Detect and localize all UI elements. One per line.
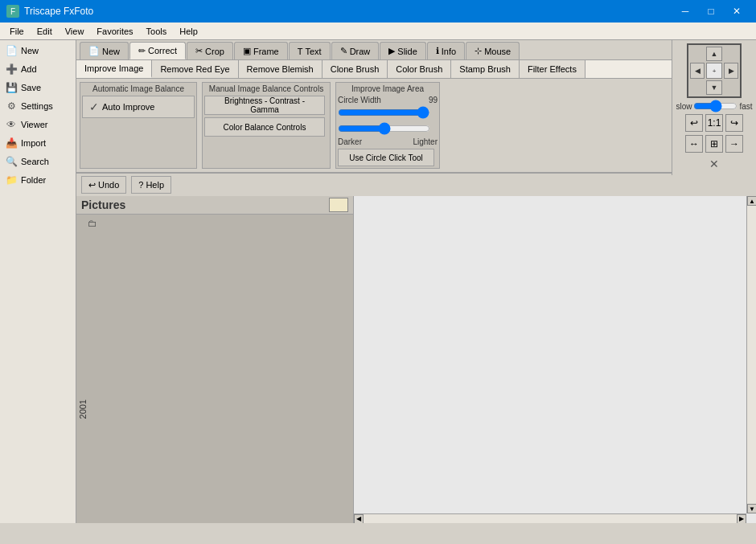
sidebar-item-new[interactable]: 📄 New	[2, 42, 74, 59]
nav-right-button[interactable]: ▶	[724, 63, 738, 79]
subtab-clone-brush[interactable]: Clone Brush	[323, 60, 388, 78]
tab-slide[interactable]: ▶ Slide	[380, 42, 425, 59]
menu-favorites[interactable]: Favorites	[90, 22, 139, 40]
darker-lighter-labels: Darker Lighter	[338, 137, 438, 146]
menu-tools[interactable]: Tools	[140, 22, 174, 40]
info-tab-icon: ℹ	[436, 46, 439, 56]
nav-panel-close[interactable]: ✕	[706, 156, 722, 172]
auto-improve-label: Auto Improve	[102, 102, 154, 112]
undo-label: Undo	[98, 180, 119, 190]
menu-view[interactable]: View	[59, 22, 91, 40]
draw-tab-icon: ✎	[340, 46, 347, 56]
undo-icon: ↩	[88, 180, 96, 190]
scroll-down-button[interactable]: ▼	[747, 504, 756, 513]
save-icon: 💾	[5, 81, 18, 94]
sidebar-item-folder[interactable]: 📁 Folder	[2, 171, 74, 189]
tab-crop[interactable]: ✂ Crop	[187, 42, 233, 59]
auto-balance-title: Automatic Image Balance	[82, 84, 195, 93]
speed-control: slow fast	[676, 101, 752, 111]
auto-improve-button[interactable]: ✓ Auto Improve	[82, 96, 195, 118]
horizontal-scrollbar[interactable]: ◀ ▶	[354, 513, 746, 523]
scroll-track-y	[747, 206, 756, 504]
subtab-stamp-brush[interactable]: Stamp Brush	[451, 60, 520, 78]
nav-down-button[interactable]: ▼	[706, 80, 722, 95]
tab-draw[interactable]: ✎ Draw	[331, 42, 380, 59]
nav-undo-button[interactable]: ↩	[685, 114, 703, 132]
speed-slider-row: slow fast	[676, 101, 752, 111]
slow-label: slow	[676, 102, 692, 111]
bottom-bar: ↩ Undo ? Help	[76, 173, 756, 196]
mouse-tab-icon: ⊹	[475, 46, 482, 56]
use-circle-click-button[interactable]: Use Circle Click Tool	[338, 149, 434, 166]
sidebar-item-import[interactable]: 📥 Import	[2, 134, 74, 152]
sidebar-label-viewer: Viewer	[21, 120, 47, 129]
menu-edit[interactable]: Edit	[31, 22, 59, 40]
sidebar-label-folder: Folder	[21, 175, 46, 185]
tab-correct[interactable]: ✏ Correct	[129, 42, 186, 59]
nav-redo-button[interactable]: ↪	[725, 114, 743, 132]
undo-button[interactable]: ↩ Undo	[81, 176, 126, 194]
darker-label: Darker	[338, 137, 362, 146]
sidebar-item-save[interactable]: 💾 Save	[2, 79, 74, 96]
sidebar-item-viewer[interactable]: 👁 Viewer	[2, 116, 74, 133]
nav-controls-panel: ▲ ▼ ◀ ▶ + slow fast ↩ 1:1 ↪ ↔	[672, 40, 756, 175]
speed-slider[interactable]	[693, 101, 738, 111]
nav-up-button[interactable]: ▲	[706, 47, 722, 61]
nav-onetoone-button[interactable]: 1:1	[705, 114, 723, 132]
tab-frame[interactable]: ▣ Frame	[234, 42, 288, 59]
import-icon: 📥	[5, 137, 18, 149]
menu-file[interactable]: File	[3, 22, 31, 40]
title-bar-controls: ─ □ ✕	[672, 0, 750, 22]
app-title: Triscape FxFoto	[24, 6, 93, 17]
menu-help[interactable]: Help	[173, 22, 204, 40]
nav-fit-button[interactable]: ↔	[685, 135, 703, 153]
subtab-color-brush[interactable]: Color Brush	[388, 60, 451, 78]
color-balance-label: Color Balance Controls	[224, 123, 306, 132]
nav-action-buttons: ↩ 1:1 ↪	[685, 114, 743, 132]
scroll-right-button[interactable]: ▶	[737, 514, 746, 524]
app-icon: F	[6, 5, 19, 18]
subtab-remove-red-eye[interactable]: Remove Red Eye	[152, 60, 238, 78]
brightness-contrast-button[interactable]: Brightness - Contrast - Gamma	[204, 96, 325, 115]
brightness-slider[interactable]	[338, 123, 430, 134]
scroll-left-button[interactable]: ◀	[354, 514, 364, 524]
new-icon: 📄	[5, 44, 18, 57]
tools-panel: Automatic Image Balance ✓ Auto Improve M…	[76, 79, 756, 173]
scroll-up-button[interactable]: ▲	[747, 196, 756, 206]
subtab-filter-effects[interactable]: Filter Effects	[520, 60, 585, 78]
minimize-button[interactable]: ─	[672, 0, 698, 22]
tab-mouse[interactable]: ⊹ Mouse	[466, 42, 520, 59]
nav-grid-button[interactable]: ⊞	[705, 135, 723, 153]
auto-image-balance-panel: Automatic Image Balance ✓ Auto Improve	[80, 82, 197, 169]
color-balance-button[interactable]: Color Balance Controls	[204, 117, 325, 137]
thumb-color-box	[329, 198, 348, 212]
tab-text[interactable]: T Text	[289, 42, 331, 59]
sidebar-label-search: Search	[21, 157, 49, 166]
right-panel: 📄 New ✏ Correct ✂ Crop ▣ Frame T Text ✎ …	[76, 40, 756, 523]
add-icon: ➕	[5, 63, 18, 76]
content-area: 📄 New ➕ Add 💾 Save ⚙ Settings 👁 Viewer 📥…	[0, 40, 756, 523]
subtab-remove-blemish[interactable]: Remove Blemish	[239, 60, 323, 78]
sidebar-label-import: Import	[21, 138, 46, 148]
vertical-scrollbar[interactable]: ▲ ▼	[746, 196, 756, 513]
slide-tab-icon: ▶	[388, 46, 395, 56]
close-button[interactable]: ✕	[724, 0, 750, 22]
tab-new[interactable]: 📄 New	[80, 42, 129, 59]
nav-action-buttons-2: ↔ ⊞ →	[685, 135, 743, 153]
sidebar-item-add[interactable]: ➕ Add	[2, 60, 74, 78]
maximize-button[interactable]: □	[698, 0, 724, 22]
sidebar-item-settings[interactable]: ⚙ Settings	[2, 97, 74, 115]
sidebar-item-search[interactable]: 🔍 Search	[2, 153, 74, 170]
crop-tab-icon: ✂	[195, 46, 203, 56]
folder-icon: 📁	[5, 174, 18, 186]
tab-info[interactable]: ℹ Info	[427, 42, 465, 59]
circle-width-slider[interactable]	[338, 107, 430, 118]
help-button[interactable]: ? Help	[131, 176, 171, 194]
nav-forward-button[interactable]: →	[725, 135, 743, 153]
correct-tab-icon: ✏	[138, 46, 146, 56]
subtab-improve-image[interactable]: Improve Image	[76, 60, 152, 78]
nav-left-button[interactable]: ◀	[690, 63, 705, 79]
lighter-label: Lighter	[413, 137, 438, 146]
nav-cross: ▲ ▼ ◀ ▶ +	[687, 43, 742, 98]
nav-center-button[interactable]: +	[706, 63, 722, 79]
